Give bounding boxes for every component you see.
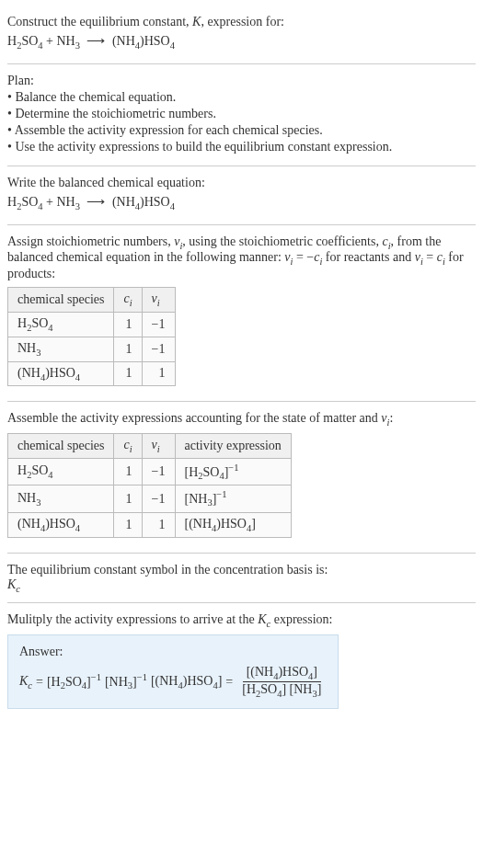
t: SO (31, 316, 48, 330)
k: K (7, 577, 16, 591)
text: = (423, 250, 437, 264)
t: NH (17, 491, 36, 505)
sub-i: i (157, 298, 160, 308)
t: ] (218, 674, 223, 688)
equals: = (225, 675, 233, 690)
t: SO (260, 682, 277, 696)
col-ci: ci (114, 434, 142, 459)
cell-ci: 1 (114, 512, 142, 537)
text: Assign stoichiometric numbers, (7, 234, 174, 248)
divider (7, 224, 476, 225)
basis-text: The equilibrium constant symbol in the c… (7, 563, 476, 577)
exp: −1 (228, 463, 238, 473)
cell-activity: [(NH4)HSO4] (175, 512, 291, 537)
plus: + (43, 34, 57, 48)
denominator: [H2SO4] [NH3] (238, 682, 325, 699)
s: 3 (36, 348, 40, 358)
balanced-title: Write the balanced chemical equation: (7, 176, 476, 190)
term-h2so4: [H2SO4]−1 (47, 672, 101, 691)
reactant1-h: H (7, 195, 17, 209)
cell-nui: 1 (142, 512, 175, 537)
s: 4 (75, 523, 80, 533)
product-nh: (NH (112, 34, 135, 48)
cell-ci: 1 (114, 485, 142, 512)
reaction-equation: H2SO4 + NH3 ⟶ (NH4)HSO4 (7, 33, 476, 51)
t: )HSO (45, 517, 75, 531)
divider (7, 553, 476, 554)
cell-ci: 1 (114, 337, 142, 361)
t: [(NH (185, 517, 213, 531)
reactant1-h: H (7, 34, 17, 48)
multiply-section: Mulitply the activity expressions to arr… (7, 605, 476, 721)
basis-section: The equilibrium constant symbol in the c… (7, 555, 476, 601)
reactant1-so: SO (21, 34, 38, 48)
col-species: chemical species (8, 434, 114, 459)
t: ] (317, 682, 322, 696)
col-nui: νi (142, 434, 175, 459)
t: )HSO (183, 674, 213, 688)
t: ] (251, 517, 256, 531)
text: Mulitply the activity expressions to arr… (7, 612, 258, 626)
t: H (17, 463, 27, 477)
prompt-text: Construct the equilibrium constant, (7, 15, 192, 29)
t: [H (47, 675, 61, 689)
reactant2-sub: 3 (75, 201, 80, 211)
cell-species: H2SO4 (8, 312, 114, 337)
sub-c: c (16, 583, 20, 593)
cell-activity: [NH3]−1 (175, 485, 291, 512)
cell-nui: −1 (142, 337, 175, 361)
t: )HSO (216, 517, 247, 531)
plan-item: • Assemble the activity expression for e… (7, 123, 476, 138)
cell-nui: 1 (142, 361, 175, 386)
cell-activity: [H2SO4]−1 (175, 458, 291, 485)
text: = − (293, 250, 314, 264)
kc-symbol: Kc (7, 577, 476, 594)
t: )HSO (278, 665, 308, 679)
multiply-intro: Mulitply the activity expressions to arr… (7, 612, 476, 629)
s: 4 (48, 470, 52, 480)
table-row: H2SO4 1 −1 (8, 312, 176, 337)
product-hso: )HSO (140, 195, 170, 209)
table-row: NH3 1 −1 [NH3]−1 (8, 485, 292, 512)
text: , using the stoichiometric coefficients, (182, 234, 382, 248)
answer-label: Answer: (19, 645, 327, 659)
t: [NH (290, 682, 313, 696)
prompt-line: Construct the equilibrium constant, K, e… (7, 15, 476, 29)
t: [(NH (247, 665, 274, 679)
t: [H (242, 682, 256, 696)
product-hso: )HSO (140, 34, 170, 48)
plan-item: • Balance the chemical equation. (7, 90, 476, 105)
plan-title: Plan: (7, 74, 476, 88)
col-species: chemical species (8, 288, 114, 313)
numerator: [(NH4)HSO4] (243, 665, 321, 682)
stoich-section: Assign stoichiometric numbers, νi, using… (7, 227, 476, 400)
t: [NH (185, 492, 208, 506)
s: 4 (75, 371, 80, 382)
term-nh4hso4: [(NH4)HSO4] (151, 674, 222, 691)
divider (7, 166, 476, 166)
reactant2-sub: 3 (75, 40, 80, 51)
sub-i: i (130, 444, 132, 454)
cell-species: NH3 (8, 485, 114, 512)
t: [H (185, 465, 199, 479)
stoich-table: chemical species ci νi H2SO4 1 −1 NH3 1 … (7, 287, 176, 386)
cell-ci: 1 (114, 458, 142, 485)
plan-section: Plan: • Balance the chemical equation. •… (7, 66, 476, 164)
t: (NH (17, 517, 40, 531)
arrow-icon: ⟶ (86, 34, 105, 48)
activity-table: chemical species ci νi activity expressi… (7, 433, 292, 538)
balanced-equation: H2SO4 + NH3 ⟶ (NH4)HSO4 (7, 194, 476, 211)
t: )HSO (45, 366, 75, 380)
kc: Kc (19, 674, 32, 691)
t: SO (203, 465, 220, 479)
cell-species: (NH4)HSO4 (8, 361, 114, 386)
t: SO (31, 463, 48, 477)
k: K (258, 612, 266, 626)
cell-ci: 1 (114, 312, 142, 337)
col-activity: activity expression (175, 434, 291, 459)
t: [NH (105, 675, 128, 689)
sub-c: c (28, 680, 32, 690)
stoich-intro: Assign stoichiometric numbers, νi, using… (7, 234, 476, 282)
k: K (19, 674, 28, 688)
cell-species: (NH4)HSO4 (8, 512, 114, 537)
